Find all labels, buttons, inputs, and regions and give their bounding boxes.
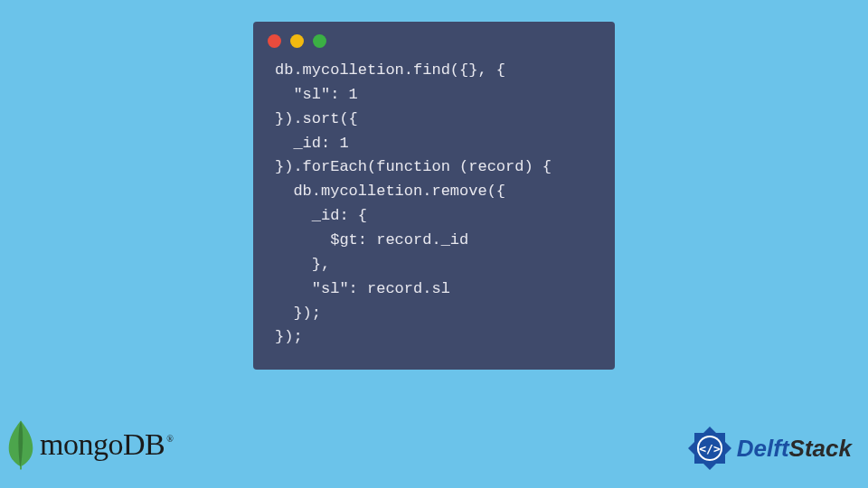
svg-text:</>: </> (699, 442, 721, 455)
delftstack-wordmark: DelftStack (737, 435, 852, 463)
delftstack-logo: </> DelftStack (686, 425, 852, 472)
mongodb-leaf-icon (4, 418, 38, 472)
mongodb-wordmark: mongoDB® (40, 427, 173, 462)
minimize-dot-icon (290, 34, 304, 48)
close-dot-icon (268, 34, 281, 48)
code-block: db.mycolletion.find({}, { "sl": 1 }).sor… (253, 57, 615, 353)
delftstack-badge-icon: </> (686, 425, 733, 472)
code-window: db.mycolletion.find({}, { "sl": 1 }).sor… (253, 22, 615, 370)
window-controls (253, 22, 615, 57)
maximize-dot-icon (313, 34, 326, 48)
mongodb-logo: mongoDB® (4, 418, 173, 472)
